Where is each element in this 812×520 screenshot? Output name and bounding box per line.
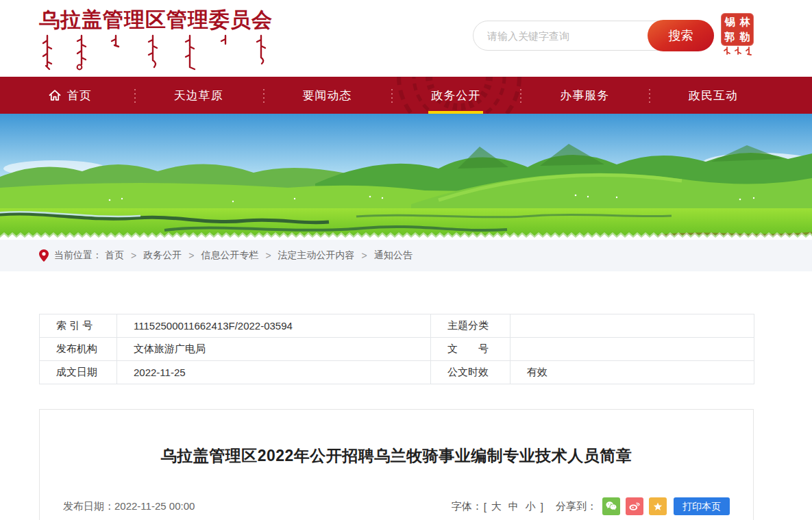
- topic-category-value: [510, 314, 754, 338]
- document-info-table: 索 引 号 11152500011662413F/2022-03594 主题分类…: [39, 314, 754, 384]
- nav-item-label: 要闻动态: [303, 88, 352, 103]
- breadcrumb-separator: >: [362, 250, 367, 261]
- font-bracket-open: [: [484, 501, 487, 512]
- site-title: 乌拉盖管理区管理委员会: [39, 8, 273, 32]
- breadcrumb-item-gov-affairs[interactable]: 政务公开: [143, 249, 182, 262]
- site-header: 乌拉盖管理区管理委员会 搜索 锡 林 郭 勒: [0, 0, 812, 77]
- official-seal: 锡 林 郭 勒: [721, 13, 755, 59]
- issuing-agency-label: 发布机构: [40, 338, 117, 361]
- doc-number-label: 文 号: [431, 338, 510, 361]
- font-size-medium-button[interactable]: 中: [508, 500, 519, 513]
- home-icon: [48, 88, 62, 102]
- nav-item-label: 首页: [67, 88, 92, 103]
- nav-item-label: 政民互动: [689, 88, 738, 103]
- search-button[interactable]: 搜索: [648, 20, 714, 51]
- share-label: 分享到：: [556, 500, 597, 513]
- article-container: 乌拉盖管理区2022年公开招聘乌兰牧骑事业编制专业技术人员简章 发布日期：202…: [39, 409, 754, 520]
- mongolian-script-decoration: [42, 34, 271, 73]
- nav-item-grassland[interactable]: 天边草原: [134, 77, 263, 114]
- breadcrumb-separator: >: [131, 250, 136, 261]
- breadcrumb: 当前位置： 首页 > 政务公开 > 信息公开专栏 > 法定主动公开内容 > 通知…: [39, 249, 415, 262]
- breadcrumb-item-legal-disclosure[interactable]: 法定主动公开内容: [278, 249, 355, 262]
- seal-char: 勒: [738, 30, 752, 44]
- article-meta-row: 发布日期：2022-11-25 00:00 字体： [ 大 中 小 ] 分享到：: [63, 497, 730, 516]
- nav-item-home[interactable]: 首页: [5, 77, 134, 114]
- article-tools: 字体： [ 大 中 小 ] 分享到：: [452, 497, 730, 515]
- nav-item-gov-affairs[interactable]: 政务公开: [391, 77, 520, 114]
- article-title: 乌拉盖管理区2022年公开招聘乌兰牧骑事业编制专业技术人员简章: [67, 445, 726, 467]
- nav-item-interaction[interactable]: 政民互动: [649, 77, 778, 114]
- index-number-label: 索 引 号: [40, 314, 117, 338]
- seal-char: 锡: [723, 15, 737, 29]
- breadcrumb-separator: >: [188, 250, 194, 261]
- validity-value: 有效: [510, 361, 754, 384]
- table-row: 索 引 号 11152500011662413F/2022-03594 主题分类: [40, 314, 754, 338]
- publish-date-label: 发布日期：: [63, 500, 114, 512]
- font-size-label: 字体：: [452, 500, 482, 513]
- nav-item-news[interactable]: 要闻动态: [263, 77, 392, 114]
- breadcrumb-separator: >: [265, 250, 271, 261]
- written-date-label: 成文日期: [40, 361, 117, 384]
- main-navigation: 首页 天边草原 要闻动态 政务公开 办事服务 政民互动: [0, 77, 812, 114]
- validity-label: 公文时效: [431, 361, 510, 384]
- table-row: 发布机构 文体旅游广电局 文 号: [40, 338, 754, 361]
- seal-stamp-icon: 锡 林 郭 勒: [721, 13, 754, 46]
- publish-date: 发布日期：2022-11-25 00:00: [63, 500, 195, 513]
- location-pin-icon: [39, 249, 49, 262]
- font-size-small-button[interactable]: 小: [526, 500, 536, 513]
- topic-category-label: 主题分类: [431, 314, 510, 338]
- banner-image: [0, 114, 812, 240]
- written-date-value: 2022-11-25: [117, 361, 431, 384]
- breadcrumb-item-info-column[interactable]: 信息公开专栏: [201, 249, 258, 262]
- seal-char: 林: [738, 15, 752, 29]
- table-row: 成文日期 2022-11-25 公文时效 有效: [40, 361, 754, 384]
- print-page-button[interactable]: 打印本页: [674, 497, 730, 515]
- nav-item-label: 办事服务: [560, 88, 609, 103]
- issuing-agency-value: 文体旅游广电局: [117, 338, 431, 361]
- doc-number-value: [510, 338, 754, 361]
- seal-char: 郭: [723, 30, 737, 44]
- publish-date-value: 2022-11-25 00:00: [114, 500, 195, 512]
- site-logo[interactable]: 乌拉盖管理区管理委员会: [39, 8, 273, 73]
- seal-mongolian-text: [722, 46, 754, 56]
- weibo-share-icon[interactable]: [626, 497, 643, 515]
- site-search: 搜索: [473, 21, 714, 51]
- breadcrumb-bar: 当前位置： 首页 > 政务公开 > 信息公开专栏 > 法定主动公开内容 > 通知…: [0, 240, 812, 271]
- breadcrumb-label: 当前位置：: [54, 249, 102, 262]
- favorite-share-icon[interactable]: [649, 497, 667, 515]
- nav-item-label: 政务公开: [431, 88, 480, 103]
- wechat-share-icon[interactable]: [602, 497, 620, 515]
- index-number-value: 11152500011662413F/2022-03594: [117, 314, 431, 338]
- breadcrumb-item-notices[interactable]: 通知公告: [374, 249, 413, 262]
- font-size-large-button[interactable]: 大: [491, 500, 502, 513]
- nav-item-services[interactable]: 办事服务: [520, 77, 649, 114]
- nav-item-label: 天边草原: [174, 88, 223, 103]
- font-bracket-close: ]: [541, 501, 543, 512]
- breadcrumb-item-home[interactable]: 首页: [105, 249, 124, 262]
